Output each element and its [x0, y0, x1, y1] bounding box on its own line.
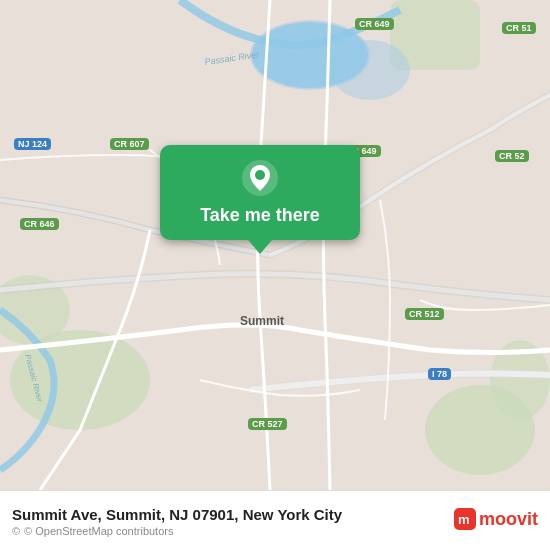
moovit-logo: m moovit — [454, 508, 538, 530]
moovit-icon: m — [454, 508, 476, 530]
badge-cr512: CR 512 — [405, 308, 444, 320]
take-me-there-label: Take me there — [200, 205, 320, 226]
badge-cr510: CR 51 — [502, 22, 536, 34]
badge-cr527: CR 527 — [248, 418, 287, 430]
address-line: Summit Ave, Summit, NJ 07901, New York C… — [12, 506, 342, 523]
svg-text:m: m — [458, 512, 470, 527]
bottom-bar: Summit Ave, Summit, NJ 07901, New York C… — [0, 490, 550, 550]
svg-text:Summit: Summit — [240, 314, 284, 328]
badge-nj124: NJ 124 — [14, 138, 51, 150]
attribution-text: © OpenStreetMap contributors — [24, 525, 173, 537]
badge-cr607: CR 607 — [110, 138, 149, 150]
badge-cr646: CR 646 — [20, 218, 59, 230]
svg-point-13 — [255, 170, 265, 180]
badge-cr52: CR 52 — [495, 150, 529, 162]
moovit-label: moovit — [479, 509, 538, 530]
badge-cr649-top: CR 649 — [355, 18, 394, 30]
location-pin-icon — [241, 159, 279, 197]
map-container: Passaic River Passaic River Summit NJ 12… — [0, 0, 550, 490]
copyright-symbol: © — [12, 525, 20, 537]
take-me-there-button[interactable]: Take me there — [160, 145, 360, 240]
badge-i78: I 78 — [428, 368, 451, 380]
attribution-line: © © OpenStreetMap contributors — [12, 525, 342, 537]
